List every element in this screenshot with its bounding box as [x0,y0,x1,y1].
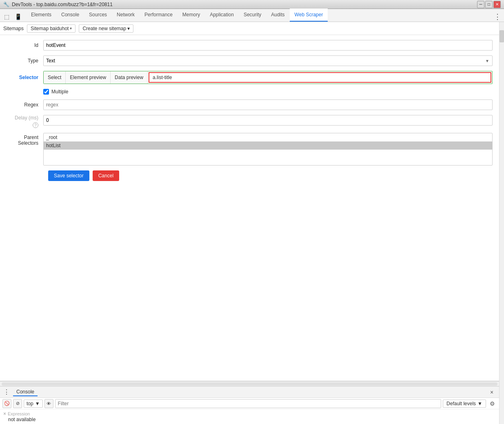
multiple-checkbox[interactable] [43,89,49,95]
sitemap-name: Sitemap baiduhot [31,26,69,31]
tab-elements[interactable]: Elements [26,9,56,22]
parent-item-hotlist[interactable]: hotList [44,141,492,150]
clear-console-button[interactable]: 🚫 [2,399,11,408]
id-input[interactable] [43,40,493,51]
bottom-area: ⋮ Console × 🚫 ⊘ top ▼ 👁 Default levels [0,381,499,424]
regex-label: Regex [7,102,43,108]
horizontal-scrollbar[interactable] [0,381,499,386]
save-selector-button[interactable]: Save selector [48,170,89,181]
scrollbar-thumb [500,30,504,42]
maximize-button[interactable]: □ [485,1,493,8]
select-button[interactable]: Select [44,71,66,84]
tab-web-scraper[interactable]: Web Scraper [290,9,328,22]
title-bar: 🔧 DevTools - top.baidu.com/buzz?b=1&fr=2… [0,0,504,9]
create-sitemap-button[interactable]: Create new sitemap ▾ [79,24,133,33]
regex-row: Regex [7,99,493,110]
expression-close-button[interactable]: × [3,411,6,417]
devtools-container: ⬚ 📱 Elements Console Sources Network Per… [0,9,504,424]
id-row: Id [7,40,493,51]
console-close-button[interactable]: × [488,388,496,396]
eye-icon-button[interactable]: 👁 [44,399,53,408]
parent-selectors-row: ParentSelectors _root hotList [7,133,493,166]
delay-help-icon[interactable]: ? [33,122,38,128]
title-bar-text: DevTools - top.baidu.com/buzz?b=1&fr=208… [12,2,113,7]
pause-button[interactable]: ⊘ [13,399,22,408]
selector-value[interactable]: a.list-title [149,72,491,83]
parent-selectors-list[interactable]: _root hotList [43,133,493,166]
close-button[interactable]: ✕ [493,1,501,8]
element-preview-button[interactable]: Element preview [66,71,111,84]
inspect-element-button[interactable]: ⬚ [2,12,11,22]
type-select[interactable]: Text Link Image [43,55,493,66]
type-label: Type [7,58,43,64]
scrollbar-track [2,382,497,386]
delay-label: Delay (ms) [7,115,38,121]
console-settings-button[interactable]: ⚙ [488,399,497,408]
tab-memory[interactable]: Memory [178,9,205,22]
create-sitemap-label: Create new sitemap [82,26,126,31]
multiple-label[interactable]: Multiple [51,89,68,95]
log-levels-label: Default levels [446,401,476,406]
parent-selectors-label: ParentSelectors [7,133,43,146]
log-levels-arrow: ▼ [477,401,482,406]
delay-label-container: Delay (ms) ? [7,115,43,128]
regex-input[interactable] [43,99,493,110]
data-preview-button[interactable]: Data preview [111,71,148,84]
console-toolbar: 🚫 ⊘ top ▼ 👁 Default levels ▼ ⚙ [0,398,499,409]
selector-label: Selector [7,75,43,80]
tab-network[interactable]: Network [112,9,140,22]
frame-select[interactable]: top ▼ [24,400,43,408]
multiple-row: Multiple [7,89,493,95]
sitemaps-label: Sitemaps [3,26,24,31]
expression-label-text: Expression [8,411,30,416]
parent-item-root[interactable]: _root [44,133,492,141]
console-bar: ⋮ Console × [0,386,499,398]
tab-bar-left-controls: ⬚ 📱 [2,12,23,22]
window-controls: ─ □ ✕ [477,1,501,8]
frame-label: top [27,401,33,406]
sitemap-dropdown[interactable]: Sitemap baiduhot ▾ [27,24,75,33]
console-tab[interactable]: Console [13,388,38,396]
tab-performance[interactable]: Performance [140,9,178,22]
sitemaps-bar: Sitemaps Sitemap baiduhot ▾ Create new s… [0,22,499,35]
expression-value: not available [3,417,496,422]
delay-input[interactable] [43,115,493,126]
type-select-wrapper: Text Link Image ▼ [43,55,493,66]
create-sitemap-arrow: ▾ [127,26,130,31]
type-row: Type Text Link Image ▼ [7,55,493,66]
tab-sources[interactable]: Sources [84,9,112,22]
tab-audits[interactable]: Audits [266,9,289,22]
tab-security[interactable]: Security [239,9,266,22]
delay-row: Delay (ms) ? [7,115,493,128]
main-content: Id Type Text Link Image ▼ [0,35,499,381]
log-levels-select[interactable]: Default levels ▼ [443,400,486,408]
tab-console[interactable]: Console [56,9,84,22]
more-tabs-button[interactable]: ⋮ [493,12,502,22]
cancel-button[interactable]: Cancel [93,170,119,181]
minimize-button[interactable]: ─ [477,1,484,8]
console-filter-input[interactable] [55,399,441,408]
device-toolbar-button[interactable]: 📱 [13,12,23,22]
selector-row: Selector Select Element preview Data pre… [7,71,493,84]
console-menu-icon[interactable]: ⋮ [3,388,10,396]
vertical-scrollbar[interactable] [499,22,504,424]
selector-container: Select Element preview Data preview a.li… [43,71,493,84]
buttons-row: Save selector Cancel [7,170,493,181]
tab-bar: ⬚ 📱 Elements Console Sources Network Per… [0,9,504,22]
expression-area: × Expression not available [0,409,499,424]
frame-arrow: ▼ [35,401,40,406]
tab-application[interactable]: Application [205,9,239,22]
expression-label: × Expression [3,411,496,417]
id-label: Id [7,42,43,48]
sitemap-dropdown-arrow: ▾ [70,26,72,31]
devtools-icon: 🔧 [3,2,9,7]
